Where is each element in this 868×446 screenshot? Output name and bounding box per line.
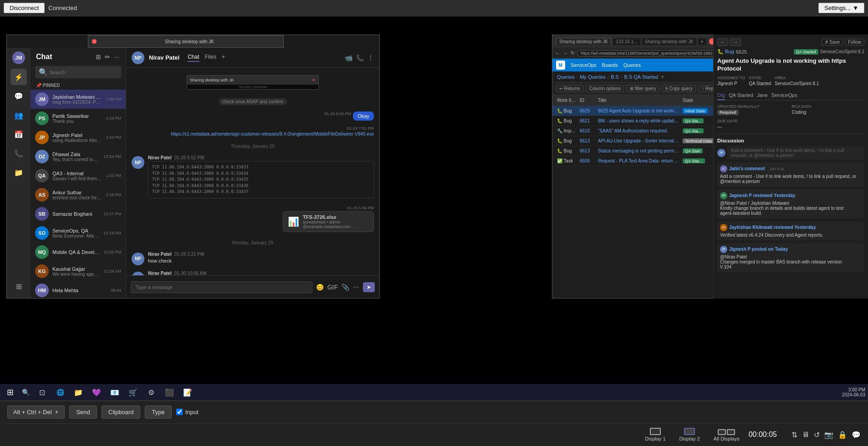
detail-tab-links[interactable]: QA Started xyxy=(729,92,753,100)
nested-close-btn[interactable] xyxy=(92,39,97,44)
bc-queries[interactable]: Queries xyxy=(557,74,575,80)
disconnect-button[interactable]: Disconnect xyxy=(4,3,45,13)
send-button[interactable]: Send xyxy=(69,405,97,419)
input-checkbox[interactable] xyxy=(176,409,183,415)
tab-add[interactable]: + xyxy=(222,54,225,62)
detail-tab-details[interactable]: Dtg xyxy=(717,92,725,100)
nav-boards[interactable]: ServiceOps xyxy=(571,62,597,68)
chat-more-btn[interactable]: ··· xyxy=(113,52,120,61)
display-1-label[interactable]: Display 1 xyxy=(645,436,665,441)
chat-icon[interactable]: 💬 xyxy=(852,431,861,439)
sidebar-activity[interactable]: ⚡ xyxy=(10,69,27,85)
sidebar-chat[interactable]: 💬 xyxy=(10,88,27,104)
sidebar-files[interactable]: 📁 xyxy=(10,164,27,181)
taskbar-teams[interactable]: 💜 xyxy=(88,386,105,399)
display-2-label[interactable]: Display 2 xyxy=(679,436,700,441)
nav-queries[interactable]: Boards xyxy=(602,62,618,68)
display-1-icon[interactable] xyxy=(650,428,661,435)
filter-btn[interactable]: ⊞ filter query xyxy=(627,85,659,92)
detail-fields-row: Updated Manually Required RCA Data Codin… xyxy=(717,104,864,115)
list-item[interactable]: KG Kaushal GajjarWe were having agent ca… xyxy=(31,262,126,281)
chat-search-bar[interactable]: 🔍 xyxy=(35,66,121,78)
sidebar-calls[interactable]: 📞 xyxy=(10,145,27,162)
detail-forward-btn[interactable]: → xyxy=(730,38,741,46)
clipboard-button[interactable]: Clipboard xyxy=(102,405,141,419)
gif-btn[interactable]: GIF xyxy=(327,284,338,291)
detail-back-btn[interactable]: ← xyxy=(717,38,728,46)
lock-icon[interactable]: 🔒 xyxy=(838,431,847,439)
nav-work-items[interactable]: Queries xyxy=(623,62,641,68)
message-link[interactable]: https://s1.metadata.ad/sendersign-custom… xyxy=(171,132,374,137)
remote-desktop[interactable]: Sharing desktop with JK JM ⚡ 💬 👥 📅 📞 📁 ⊞ xyxy=(0,16,868,400)
list-item[interactable]: DZ Dhawal ZalaYes, that's correct log-..… xyxy=(31,147,126,166)
taskbar-notepad[interactable]: 📝 xyxy=(179,386,196,399)
list-item[interactable]: JP Jignesh Patelusing #salesforce #body … xyxy=(31,128,126,147)
sidebar-apps[interactable]: ⊞ xyxy=(10,278,27,294)
returns-btn[interactable]: ↩ Returns xyxy=(556,85,583,92)
start-button[interactable]: ⊞ xyxy=(3,386,17,399)
bc-qa-started[interactable]: B.S QA Started xyxy=(624,74,659,80)
back-btn[interactable]: ← xyxy=(555,51,560,56)
list-item[interactable]: PS Partik SawarikarThank you 4:33 PM xyxy=(31,109,126,128)
video-call-btn[interactable]: 📹 xyxy=(345,54,352,61)
detail-follow-btn[interactable]: Follow xyxy=(845,39,864,46)
browser-tab-active[interactable]: Sharing desktop with JK xyxy=(556,38,611,45)
alt-ctrl-del-button[interactable]: Alt + Ctrl + Del ▼ xyxy=(7,405,65,419)
detail-save-btn[interactable]: ✗ Save xyxy=(822,39,843,46)
comment-item: JC Jatin's comment Jan 8 at Add a commen… xyxy=(717,162,864,187)
input-label[interactable]: Input xyxy=(185,409,199,416)
file-message: 01-25 5:06 PM 📊 TFS-3726.xlsx spreadshee… xyxy=(132,206,374,232)
chat-compose-btn[interactable]: ✏ xyxy=(104,52,111,61)
forward-btn[interactable]: → xyxy=(563,51,568,56)
list-item[interactable]: QA QA3 - InternalSaurav I will find them… xyxy=(31,166,126,185)
list-item[interactable]: MQ Mobile QA & Developers 12:05 PM xyxy=(31,243,126,262)
list-item[interactable]: AS Ankur Suthartest/test tool check free… xyxy=(31,185,126,204)
browser-tab[interactable]: Sharing desktop with JK xyxy=(642,38,696,45)
comment-input[interactable]: Add a comment - Use # to link work items… xyxy=(727,146,864,160)
list-item[interactable]: SO ServiceOps, QANirav Everyone- Alfa Te… xyxy=(31,223,126,243)
monitor-icon[interactable]: 🖥 xyxy=(802,431,809,439)
type-button[interactable]: Type xyxy=(145,405,171,419)
sidebar-calendar[interactable]: 📅 xyxy=(10,126,27,142)
list-item[interactable]: HM Heta Mehta 09:44 xyxy=(31,281,126,298)
sidebar-teams[interactable]: 👥 xyxy=(10,107,27,123)
tab-files[interactable]: Files xyxy=(205,54,216,62)
list-item[interactable]: JM Jaykishan Motwani (You) msg from 01/1… xyxy=(31,90,126,109)
chat-filter-btn[interactable]: ⊞ xyxy=(95,52,102,61)
taskbar-terminal[interactable]: ⬛ xyxy=(161,386,178,399)
refresh-icon[interactable]: ↺ xyxy=(814,431,820,439)
sticker-btn[interactable]: 📎 xyxy=(342,284,349,291)
reload-btn[interactable]: ↻ xyxy=(571,50,575,56)
bc-bs[interactable]: B.S xyxy=(611,74,619,80)
compose-input[interactable] xyxy=(131,281,312,293)
taskbar-file-explorer[interactable]: 📁 xyxy=(70,386,87,399)
taskbar-outlook[interactable]: 📧 xyxy=(107,386,123,399)
column-options-btn[interactable]: Column options xyxy=(586,85,624,92)
all-displays-label[interactable]: All Displays xyxy=(714,436,740,441)
browser-tab-add[interactable]: + xyxy=(698,38,706,45)
bc-my-queries[interactable]: My Queries xyxy=(580,74,605,80)
copy-query-btn[interactable]: ⎘ Copy query xyxy=(662,85,696,92)
taskbar-task-view[interactable]: ⊡ xyxy=(34,386,50,399)
detail-tab-history[interactable]: ServiceQps xyxy=(771,92,797,100)
emoji-btn[interactable]: 😊 xyxy=(316,284,324,291)
taskbar-search[interactable]: 🔍 xyxy=(19,386,32,399)
user-avatar[interactable]: JM xyxy=(12,51,25,64)
display-2-icon[interactable] xyxy=(684,428,695,435)
audio-call-btn[interactable]: 📞 xyxy=(356,54,364,61)
taskbar-edge[interactable]: 🌐 xyxy=(52,386,68,399)
chat-more-options-btn[interactable]: ⋮ xyxy=(368,54,374,61)
more-btn[interactable]: ⋯ xyxy=(353,284,359,291)
browser-tab[interactable]: 133.16.1... xyxy=(613,38,640,45)
camera-icon[interactable]: 📷 xyxy=(824,431,833,439)
share-icon[interactable]: ⇅ xyxy=(791,431,797,439)
settings-button[interactable]: Settings... ▼ xyxy=(818,3,864,13)
tab-chat[interactable]: Chat xyxy=(188,54,199,62)
detail-tab-attachments[interactable]: Jane xyxy=(757,92,768,100)
taskbar-settings[interactable]: ⚙ xyxy=(143,386,159,399)
send-message-btn[interactable]: ➤ xyxy=(363,282,375,292)
list-item[interactable]: SB Samazar Boghani 12:27 PM xyxy=(31,204,126,223)
taskbar-store[interactable]: 🛒 xyxy=(125,386,141,399)
file-attachment[interactable]: 📊 TFS-3726.xlsx spreadsheet • admin @exa… xyxy=(283,211,374,232)
chat-search-input[interactable] xyxy=(50,70,117,75)
